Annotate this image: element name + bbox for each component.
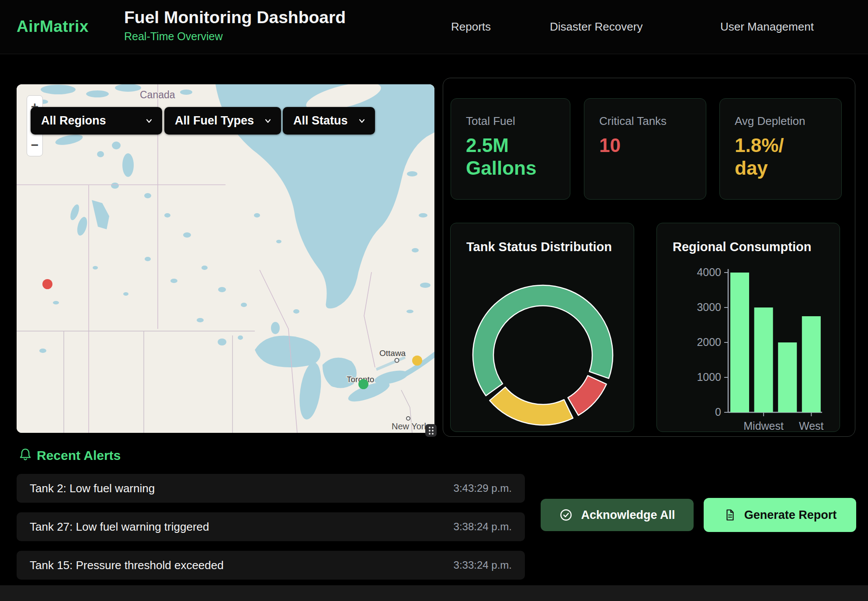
map[interactable]: Canada Ottawa Toronto New York + − xyxy=(17,84,434,433)
stat-value: 1.8%/day xyxy=(735,134,826,180)
app-header: AirMatrix Fuel Monitoring Dashboard Real… xyxy=(0,0,868,54)
check-circle-icon xyxy=(559,508,573,522)
bar-northeast xyxy=(730,273,749,412)
stat-card-critical-tanks: Critical Tanks 10 xyxy=(584,98,706,200)
donut-chart-title: Tank Status Distribution xyxy=(466,240,612,254)
bar-west xyxy=(802,316,821,412)
alert-text: Tank 15: Pressure threshold exceeded xyxy=(30,559,224,572)
stat-label: Critical Tanks xyxy=(599,114,691,128)
alert-time: 3:33:24 p.m. xyxy=(454,559,512,571)
nav-user-management[interactable]: User Management xyxy=(720,20,814,34)
ottawa-dot xyxy=(395,359,399,363)
stat-card-avg-depletion: Avg Depletion 1.8%/day xyxy=(719,98,842,200)
map-basemap: Canada Ottawa Toronto New York xyxy=(17,84,434,433)
map-label-new-york: New York xyxy=(392,421,429,431)
tank-status-chart-card: Tank Status Distribution xyxy=(450,223,634,432)
regional-consumption-bar-chart: 01000200030004000MidwestWest xyxy=(657,223,840,432)
nav-disaster-recovery[interactable]: Disaster Recovery xyxy=(550,20,642,34)
y-tick-label: 3000 xyxy=(697,301,721,313)
regional-consumption-chart-card: Regional Consumption 01000200030004000Mi… xyxy=(656,223,840,432)
chevron-down-icon xyxy=(358,117,366,125)
page-subtitle: Real-Time Overview xyxy=(124,30,346,43)
alert-text: Tank 27: Low fuel warning triggered xyxy=(30,520,209,534)
generate-report-label: Generate Report xyxy=(744,508,837,522)
x-tick-label: Midwest xyxy=(743,420,784,432)
donut-segment-warning xyxy=(490,387,573,425)
bar-midwest xyxy=(754,307,773,412)
map-resize-grip-icon[interactable] xyxy=(425,424,437,437)
alert-time: 3:38:24 p.m. xyxy=(454,521,512,533)
fuel-type-filter-value: All Fuel Types xyxy=(175,114,254,128)
alert-row[interactable]: Tank 15: Pressure threshold exceeded 3:3… xyxy=(17,551,525,580)
y-tick-label: 1000 xyxy=(697,371,721,383)
y-tick-label: 4000 xyxy=(697,266,721,278)
stat-value: 2.5MGallons xyxy=(466,134,555,180)
bar-south xyxy=(778,342,797,412)
app-logo: AirMatrix xyxy=(17,17,89,36)
acknowledge-all-button[interactable]: Acknowledge All xyxy=(541,499,694,531)
tank-marker-warning[interactable] xyxy=(412,356,422,366)
new-york-dot xyxy=(406,417,410,420)
alert-row[interactable]: Tank 27: Low fuel warning triggered 3:38… xyxy=(17,512,525,541)
title-block: Fuel Monitoring Dashboard Real-Time Over… xyxy=(124,8,346,43)
alert-text: Tank 2: Low fuel warning xyxy=(30,482,155,495)
stat-card-total-fuel: Total Fuel 2.5MGallons xyxy=(451,98,570,200)
y-tick-label: 0 xyxy=(715,406,721,418)
acknowledge-all-label: Acknowledge All xyxy=(581,508,675,522)
tank-marker-normal[interactable] xyxy=(358,379,368,389)
map-label-canada: Canada xyxy=(140,89,175,100)
fuel-type-filter-dropdown[interactable]: All Fuel Types xyxy=(164,107,281,135)
tank-marker-critical[interactable] xyxy=(42,279,52,289)
stat-value: 10 xyxy=(599,134,691,157)
bell-icon xyxy=(18,447,32,461)
map-label-ottawa: Ottawa xyxy=(379,349,406,358)
stat-label: Avg Depletion xyxy=(735,114,826,128)
alert-time: 3:43:29 p.m. xyxy=(454,482,512,494)
page-title: Fuel Monitoring Dashboard xyxy=(124,8,346,27)
report-document-icon xyxy=(723,508,736,522)
status-filter-dropdown[interactable]: All Status xyxy=(283,107,375,135)
bottom-bar xyxy=(0,585,868,601)
nav-reports[interactable]: Reports xyxy=(451,20,491,34)
map-zoom-out-button[interactable]: − xyxy=(27,138,42,152)
status-filter-value: All Status xyxy=(293,114,348,128)
region-filter-value: All Regions xyxy=(41,114,106,128)
x-tick-label: West xyxy=(799,420,824,432)
chevron-down-icon xyxy=(264,117,272,125)
tank-status-donut-chart xyxy=(464,279,621,432)
chevron-down-icon xyxy=(145,117,153,125)
donut-segment-critical xyxy=(568,376,606,415)
generate-report-button[interactable]: Generate Report xyxy=(704,498,856,532)
stat-label: Total Fuel xyxy=(466,114,555,128)
region-filter-dropdown[interactable]: All Regions xyxy=(31,107,162,135)
y-tick-label: 2000 xyxy=(697,336,721,348)
alert-row[interactable]: Tank 2: Low fuel warning 3:43:29 p.m. xyxy=(17,474,525,503)
alerts-heading: Recent Alerts xyxy=(37,448,121,463)
